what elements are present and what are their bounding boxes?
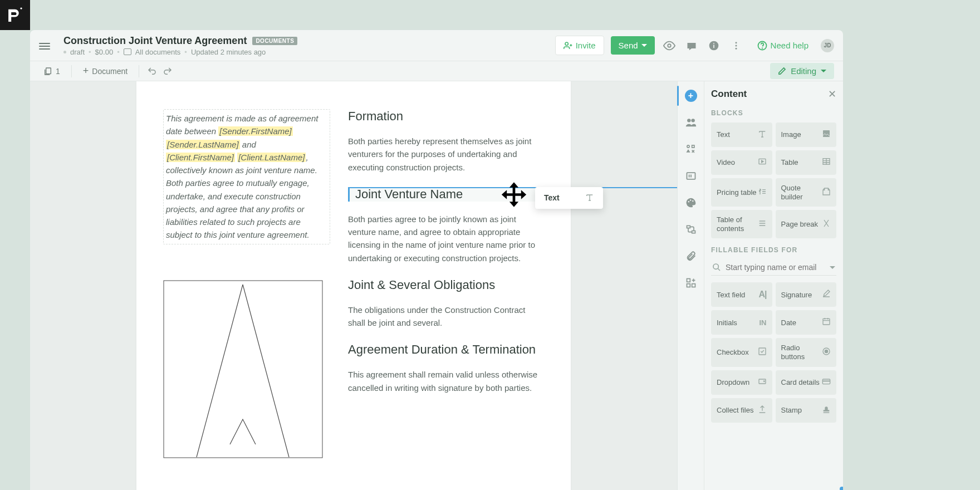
search-icon — [712, 263, 721, 272]
block-text[interactable]: Text — [711, 122, 772, 147]
section-paragraph[interactable]: This agreement shall remain valid unless… — [348, 368, 544, 394]
svg-point-20 — [688, 201, 689, 203]
rail-recipients-icon[interactable] — [683, 115, 699, 130]
add-document-button[interactable]: + Document — [79, 63, 132, 79]
block-pagebreak[interactable]: Page break — [776, 210, 837, 238]
field-stamp[interactable]: Stamp — [776, 398, 837, 423]
rail-workflow-icon[interactable] — [683, 222, 699, 237]
svg-point-12 — [762, 48, 762, 48]
rail-attachments-icon[interactable] — [683, 248, 699, 264]
svg-point-21 — [689, 199, 691, 201]
block-quote[interactable]: Quote builder — [776, 178, 837, 207]
svg-rect-23 — [687, 226, 690, 228]
title-block: Construction Joint Venture Agreement DOC… — [63, 35, 555, 56]
status-text: draft — [70, 48, 85, 56]
field-initials[interactable]: InitialsIN — [711, 310, 772, 335]
svg-rect-37 — [822, 379, 830, 384]
updated-text: Updated 2 minutes ago — [191, 48, 266, 56]
section-heading[interactable]: Formation — [348, 109, 544, 124]
rail-content-icon[interactable]: + — [683, 88, 699, 104]
app-logo[interactable] — [0, 0, 30, 30]
section-paragraph[interactable]: The obligations under the Construction C… — [348, 303, 544, 330]
svg-rect-27 — [687, 284, 690, 287]
svg-point-4 — [668, 44, 671, 47]
block-image[interactable]: Image — [776, 122, 837, 147]
more-icon[interactable] — [728, 38, 744, 53]
comments-icon[interactable] — [684, 38, 699, 53]
svg-rect-24 — [692, 231, 695, 233]
intro-block[interactable]: This agreement is made as of agreement d… — [163, 109, 330, 244]
field-text[interactable]: Text fieldA| — [711, 282, 772, 307]
upload-icon — [758, 405, 767, 416]
textfield-icon: A| — [758, 290, 766, 300]
blocks-label: BLOCKS — [711, 109, 836, 117]
rail-variables-icon[interactable] — [683, 141, 699, 157]
move-cursor-icon — [498, 181, 530, 214]
document-canvas[interactable]: This agreement is made as of agreement d… — [30, 81, 677, 490]
redo-icon[interactable] — [161, 63, 174, 79]
section-heading[interactable]: Joint & Several Obligations — [348, 278, 544, 292]
svg-point-17 — [687, 145, 689, 148]
initials-icon: IN — [759, 318, 767, 327]
field-signature[interactable]: Signature — [776, 282, 837, 307]
variable-sender-last[interactable]: [Sender.LastName] — [166, 140, 240, 149]
text-icon — [585, 193, 594, 203]
image-placeholder[interactable] — [163, 280, 323, 458]
location-text[interactable]: All documents — [135, 48, 181, 56]
field-checkbox[interactable]: Checkbox — [711, 338, 772, 366]
rail-design-icon[interactable] — [683, 195, 699, 210]
block-table[interactable]: Table — [776, 150, 837, 175]
status-dot — [63, 51, 66, 53]
field-dropdown[interactable]: Dropdown — [711, 370, 772, 395]
svg-point-16 — [691, 119, 694, 122]
preview-icon[interactable] — [661, 38, 677, 53]
variable-client-first[interactable]: [Client.FirstName] — [166, 153, 235, 162]
chevron-down-icon[interactable] — [830, 266, 835, 269]
info-icon[interactable] — [706, 38, 722, 53]
table-icon — [822, 157, 831, 168]
variable-sender-first[interactable]: [Sender.FirstName] — [218, 126, 293, 136]
signature-icon — [822, 289, 831, 300]
section-paragraph[interactable]: Both parties agree to be jointly known a… — [348, 213, 544, 264]
variable-client-last[interactable]: [Client.LastName] — [237, 153, 306, 162]
quote-icon — [822, 187, 831, 198]
recipient-search[interactable] — [711, 259, 836, 276]
toolbar: 1 + Document Editing — [30, 61, 843, 81]
avatar[interactable]: JD — [821, 39, 834, 52]
svg-rect-13 — [46, 68, 51, 74]
page-counter[interactable]: 1 — [39, 64, 65, 79]
close-icon[interactable]: ✕ — [828, 88, 836, 100]
chevron-down-icon — [821, 70, 826, 72]
send-button[interactable]: Send — [611, 36, 655, 55]
radio-icon — [822, 347, 831, 358]
doc-title[interactable]: Construction Joint Venture Agreement — [63, 35, 247, 47]
field-card[interactable]: Card details — [776, 370, 837, 395]
rail-apps-icon[interactable] — [683, 275, 699, 291]
doc-badge: DOCUMENTS — [252, 37, 297, 45]
ghost-text-block: Text — [535, 187, 603, 209]
block-toc[interactable]: Table of contents — [711, 210, 772, 238]
date-icon — [822, 317, 831, 328]
svg-point-22 — [692, 200, 694, 202]
svg-rect-33 — [759, 348, 766, 355]
invite-button[interactable]: Invite — [555, 36, 604, 55]
menu-icon[interactable] — [39, 41, 50, 50]
content-panel: Content ✕ BLOCKS Text Image Video Table … — [704, 81, 843, 490]
svg-rect-18 — [692, 145, 694, 148]
svg-rect-14 — [164, 281, 322, 458]
section-paragraph[interactable]: Both parties hereby represent themselves… — [348, 135, 544, 174]
rail-catalog-icon[interactable] — [683, 168, 699, 184]
block-pricing[interactable]: Pricing table — [711, 178, 772, 207]
editing-mode-toggle[interactable]: Editing — [770, 63, 834, 79]
need-help-link[interactable]: Need help — [757, 41, 808, 51]
recipient-input[interactable] — [726, 263, 825, 272]
folder-icon — [124, 48, 131, 55]
section-heading[interactable]: Agreement Duration & Termination — [348, 342, 544, 357]
block-video[interactable]: Video — [711, 150, 772, 175]
field-date[interactable]: Date — [776, 310, 837, 335]
text-icon — [758, 129, 767, 140]
field-radio[interactable]: Radio buttons — [776, 338, 837, 366]
undo-icon[interactable] — [146, 63, 158, 79]
field-collect[interactable]: Collect files — [711, 398, 772, 423]
svg-rect-32 — [823, 319, 830, 325]
